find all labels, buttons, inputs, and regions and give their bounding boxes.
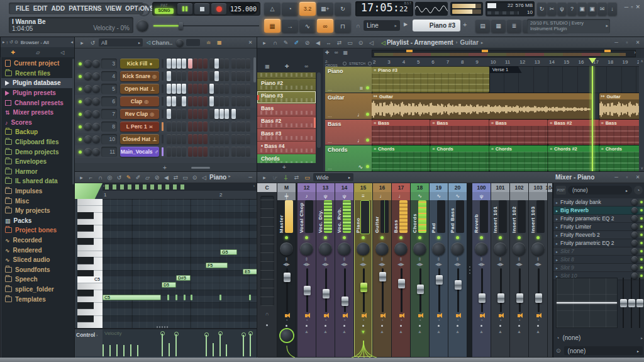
fader-zone[interactable] [373, 268, 391, 312]
route-arrow[interactable]: ▲ [380, 329, 384, 334]
chevron-left-icon[interactable]: ◂ [70, 40, 73, 45]
fader-zone[interactable] [392, 268, 410, 312]
step-13[interactable] [231, 147, 236, 157]
step-4[interactable] [182, 134, 186, 144]
step-14[interactable] [236, 71, 241, 81]
save-as-button[interactable]: ▣ [587, 2, 597, 16]
browser-item-channel-presets[interactable]: Channel presets [1, 98, 75, 108]
step-16[interactable] [246, 84, 250, 94]
eq-fader-handle[interactable] [636, 299, 643, 307]
browser-item-il-shared-data[interactable]: IL shared data [1, 176, 75, 186]
stereo-knob[interactable] [513, 242, 526, 256]
leftright-icon[interactable]: ◀▶ [497, 262, 504, 267]
clock-icon[interactable]: ◔ [437, 318, 440, 322]
channel-led[interactable] [79, 125, 82, 128]
fx-slot-led[interactable] [640, 209, 643, 212]
step-11[interactable] [219, 84, 224, 94]
playback-icon[interactable]: ◁ [367, 38, 376, 47]
scroll-down-icon[interactable]: ∨ [641, 166, 643, 170]
mixer-strip-c[interactable]: C∩ [257, 183, 277, 357]
slot-arrow-icon[interactable]: ▸ [556, 233, 558, 237]
maximize-button[interactable]: ▫ [631, 4, 633, 10]
strip-led[interactable] [518, 236, 521, 239]
lane-resize-handle[interactable] [157, 326, 169, 328]
browser-item-envelopes[interactable]: Envelopes [1, 157, 75, 167]
step-5[interactable] [188, 96, 192, 106]
fx-slot-5[interactable]: ▸Fruity Reeverb 2 [553, 231, 644, 239]
note-g5[interactable]: G5 [220, 249, 237, 255]
step-14[interactable] [236, 122, 241, 132]
fx-mix-knob[interactable] [631, 256, 638, 263]
mute-icon[interactable]: ◀ [162, 173, 170, 181]
step-1[interactable] [167, 134, 171, 144]
maximize-button[interactable]: ▫ [623, 40, 631, 45]
stereo-knob[interactable] [531, 242, 545, 256]
send-time-row[interactable]: ◔(none)▸ [556, 333, 643, 342]
browser-item-packs[interactable]: Packs [1, 216, 75, 226]
channel-led[interactable] [79, 62, 82, 65]
clock-icon[interactable]: ◔ [343, 318, 345, 322]
graph-editor-icon[interactable]: ılı [204, 38, 213, 47]
fx-mix-knob[interactable] [631, 232, 638, 238]
window-channel-rack-button[interactable]: ≣ [507, 19, 521, 33]
browser-item-soundfonts[interactable]: Soundfonts [1, 264, 75, 274]
playlist-scrollbar-v[interactable] [639, 58, 644, 172]
fx-slot-led[interactable] [640, 274, 643, 277]
channel-pan-knob[interactable] [84, 60, 92, 67]
clip-bass[interactable]: ≡Bass [489, 120, 548, 145]
step-10[interactable] [214, 84, 219, 94]
velocity-head[interactable] [174, 332, 179, 336]
channel-button-l-perc-1[interactable]: L Perc 1≍ [120, 122, 159, 132]
step-4[interactable] [182, 84, 186, 94]
track-options[interactable]: ... [328, 165, 332, 171]
step-12[interactable] [225, 147, 229, 157]
velocity-stem[interactable] [169, 343, 170, 356]
velocity-stem[interactable] [213, 343, 214, 356]
step-14[interactable] [236, 96, 241, 106]
step-16[interactable] [246, 96, 250, 106]
track-header-bass[interactable]: Bass...♩ [325, 120, 372, 145]
fader-zone[interactable] [472, 268, 491, 312]
slip-icon[interactable]: ↔ [324, 38, 333, 47]
step-7[interactable] [198, 71, 203, 81]
minimap-prev-icon[interactable]: ‹ [103, 184, 104, 188]
step-5[interactable] [188, 147, 192, 157]
stereo-knob[interactable] [475, 242, 488, 256]
fx-mix-knob[interactable] [631, 199, 638, 205]
countdown-button[interactable]: 3.2 [299, 2, 316, 16]
step-4[interactable] [182, 59, 186, 69]
collapse-icon[interactable]: ▸ [260, 38, 269, 47]
channel-pan-knob[interactable] [84, 110, 92, 118]
channel-pan-knob[interactable] [84, 98, 92, 105]
metronome-button[interactable]: △ [264, 2, 280, 16]
fx-slot-2[interactable]: ▸Big Reverb [553, 206, 644, 215]
mute-speaker-icon[interactable] [437, 314, 440, 317]
channel-button-rev-clap[interactable]: Rev Clap◎ [120, 109, 159, 119]
step-8[interactable] [203, 134, 208, 144]
mixer-strip-chords[interactable]: 18∿Chords⇕◀▶◔▲ [411, 183, 430, 357]
pencil-icon[interactable]: ✎ [125, 173, 133, 181]
picker-item-chords[interactable]: Chords [257, 154, 316, 163]
magnet-icon[interactable]: ∩ [96, 173, 104, 181]
leftright-icon[interactable]: ◀▶ [516, 262, 523, 267]
stereo-knob[interactable] [280, 242, 293, 256]
step-7[interactable] [198, 84, 203, 94]
step-7[interactable] [198, 134, 203, 144]
note-e5[interactable]: E5 [243, 269, 257, 274]
browser-item-scores[interactable]: Scores [1, 118, 75, 128]
fx-slot-led[interactable] [640, 266, 643, 269]
channel-led[interactable] [79, 113, 82, 116]
clip-piano-3[interactable]: ≡Piano #3 [372, 67, 489, 93]
velocity-stem[interactable] [130, 344, 131, 356]
step-12[interactable] [225, 84, 229, 94]
clip-bass[interactable]: ≡Bass [430, 120, 489, 145]
step-10[interactable] [214, 109, 219, 119]
fx-slot-1[interactable]: ▸Fruity delay bank [553, 198, 644, 206]
fx-mix-knob[interactable] [631, 207, 638, 213]
fader-handle[interactable] [284, 273, 291, 282]
playhead-handle[interactable] [589, 58, 596, 64]
leftright-icon[interactable]: ◀▶ [379, 262, 386, 267]
updown-icon[interactable]: ⇕ [536, 257, 540, 262]
fx-mix-knob[interactable] [631, 248, 638, 254]
pattern-add-button[interactable]: + [463, 21, 467, 28]
